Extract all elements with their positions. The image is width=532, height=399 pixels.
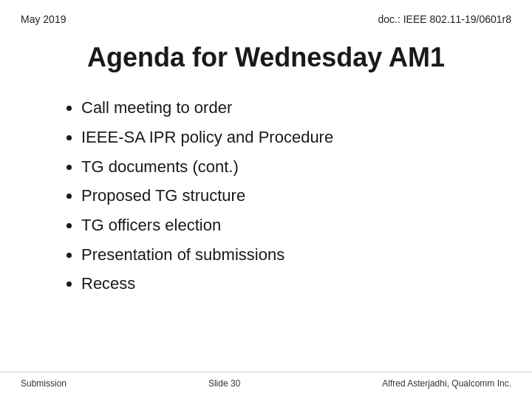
list-item: Recess <box>81 273 488 295</box>
content-section: Call meeting to orderIEEE-SA IPR policy … <box>0 97 532 295</box>
slide-footer: Submission Slide 30 Alfred Asterjadhi, Q… <box>0 372 532 389</box>
footer-author: Alfred Asterjadhi, Qualcomm Inc. <box>382 378 511 389</box>
title-section: Agenda for Wednesday AM1 <box>0 41 532 73</box>
header-doc: doc.: IEEE 802.11-19/0601r8 <box>378 13 511 25</box>
slide-title: Agenda for Wednesday AM1 <box>30 41 502 73</box>
agenda-list: Call meeting to orderIEEE-SA IPR policy … <box>59 97 488 295</box>
slide: May 2019 doc.: IEEE 802.11-19/0601r8 Age… <box>0 0 532 399</box>
slide-header: May 2019 doc.: IEEE 802.11-19/0601r8 <box>0 0 532 25</box>
list-item: IEEE-SA IPR policy and Procedure <box>81 126 488 149</box>
header-date: May 2019 <box>21 13 66 25</box>
list-item: Call meeting to order <box>81 97 488 119</box>
list-item: Proposed TG structure <box>81 185 488 207</box>
footer-submission: Submission <box>21 378 66 389</box>
footer-slide-number: Slide 30 <box>208 378 240 389</box>
list-item: TG officers election <box>81 214 488 236</box>
list-item: TG documents (cont.) <box>81 156 488 178</box>
list-item: Presentation of submissions <box>81 244 488 266</box>
